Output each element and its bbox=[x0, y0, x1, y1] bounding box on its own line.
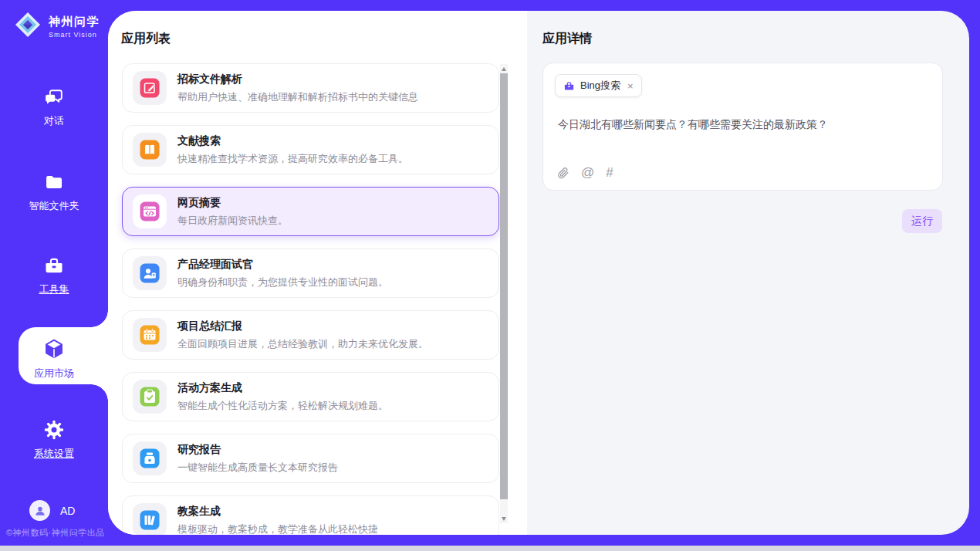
prompt-composer[interactable]: Bing搜索 × 今日湖北有哪些新闻要点？有哪些需要关注的最新政策？ @ # bbox=[542, 63, 943, 191]
avatar bbox=[29, 500, 50, 521]
brand-name: 神州问学 bbox=[49, 15, 100, 29]
app-card-desc: 全面回顾项目进展，总结经验教训，助力未来优化发展。 bbox=[177, 337, 428, 351]
scroll-up-icon[interactable] bbox=[500, 64, 508, 73]
sidebar: 神州问学 Smart Vision 对话 智能文件夹 bbox=[0, 0, 108, 546]
browser-code-icon bbox=[140, 201, 160, 221]
composer-toolbar: @ # bbox=[556, 166, 613, 179]
diamond-logo-icon bbox=[13, 10, 42, 42]
app-card-desc: 智能生成个性化活动方案，轻松解决规划难题。 bbox=[177, 399, 388, 413]
scrollbar-thumb[interactable] bbox=[500, 73, 508, 499]
app-icon-box bbox=[133, 256, 167, 290]
app-list-title: 应用列表 bbox=[121, 31, 171, 47]
brand-subtitle: Smart Vision bbox=[49, 31, 100, 39]
books-icon bbox=[140, 510, 160, 530]
app-card-selected[interactable]: 网页摘要 每日政府新闻资讯快查。 bbox=[122, 187, 499, 236]
sidebar-item-smart-folder[interactable]: 智能文件夹 bbox=[0, 171, 108, 211]
app-card-title: 招标文件解析 bbox=[177, 73, 418, 86]
app-card-desc: 每日政府新闻资讯快查。 bbox=[177, 214, 288, 228]
sidebar-item-label: 智能文件夹 bbox=[29, 201, 79, 211]
app-card[interactable]: 招标文件解析 帮助用户快速、准确地理解和解析招标书中的关键信息 bbox=[122, 63, 499, 113]
clipboard-check-icon bbox=[140, 387, 160, 407]
sidebar-item-label: 应用市场 bbox=[34, 368, 74, 378]
app-icon-box bbox=[133, 71, 167, 105]
app-card[interactable]: 项目总结汇报 全面回顾项目进展，总结经验教训，助力未来优化发展。 bbox=[122, 310, 499, 360]
app-card-desc: 一键智能生成高质量长文本研究报告 bbox=[177, 461, 338, 475]
app-detail-title: 应用详情 bbox=[542, 31, 592, 47]
interviewer-icon bbox=[140, 263, 160, 283]
app-card-title: 活动方案生成 bbox=[177, 381, 388, 395]
app-icon-box bbox=[133, 503, 167, 535]
ink-icon bbox=[140, 448, 160, 468]
app-card[interactable]: 教案生成 模板驱动，教案秒成，教学准备从此轻松快捷 bbox=[122, 495, 499, 535]
tool-tag-bing[interactable]: Bing搜索 × bbox=[555, 74, 642, 97]
mention-icon[interactable]: @ bbox=[581, 166, 594, 179]
sidebar-item-settings[interactable]: 系统设置 bbox=[0, 419, 108, 458]
prompt-input[interactable]: 今日湖北有哪些新闻要点？有哪些需要关注的最新政策？ bbox=[558, 117, 930, 133]
app-icon-box bbox=[133, 318, 167, 352]
toolbox-icon bbox=[43, 255, 65, 279]
close-icon[interactable]: × bbox=[627, 80, 634, 92]
run-button[interactable]: 运行 bbox=[902, 209, 942, 233]
app-detail-panel: 应用详情 Bing搜索 × 今日湖北有哪些新闻要点？有哪些需要关注的最新政策？ bbox=[527, 11, 969, 535]
brand-logo: 神州问学 Smart Vision bbox=[13, 10, 100, 42]
app-frame: 神州问学 Smart Vision 对话 智能文件夹 bbox=[0, 0, 980, 546]
app-card-desc: 模板驱动，教案秒成，教学准备从此轻松快捷 bbox=[177, 522, 378, 536]
app-card[interactable]: 活动方案生成 智能生成个性化活动方案，轻松解决规划难题。 bbox=[122, 372, 499, 421]
sidebar-item-label: 对话 bbox=[44, 116, 64, 126]
book-icon bbox=[140, 140, 160, 160]
app-card[interactable]: 产品经理面试官 明确身份和职责，为您提供专业性的面试问题。 bbox=[122, 248, 499, 298]
sidebar-item-toolset[interactable]: 工具集 bbox=[0, 255, 108, 294]
app-card-desc: 明确身份和职责，为您提供专业性的面试问题。 bbox=[177, 276, 388, 289]
scroll-down-icon[interactable] bbox=[500, 514, 508, 523]
list-scrollbar[interactable] bbox=[500, 64, 508, 523]
copyright-text: ©神州数码·神州问学出品 bbox=[6, 527, 108, 539]
app-card-desc: 帮助用户快速、准确地理解和解析招标书中的关键信息 bbox=[177, 90, 418, 104]
app-card-title: 研究报告 bbox=[177, 443, 338, 457]
app-card-title: 教案生成 bbox=[177, 505, 378, 519]
app-card[interactable]: 文献搜索 快速精准查找学术资源，提高研究效率的必备工具。 bbox=[122, 125, 499, 174]
sidebar-item-label: 工具集 bbox=[39, 284, 69, 294]
calendar-icon bbox=[140, 325, 160, 345]
sidebar-item-label: 系统设置 bbox=[34, 448, 74, 458]
sidebar-item-chat[interactable]: 对话 bbox=[0, 86, 108, 126]
app-icon-box bbox=[133, 194, 167, 228]
app-card-desc: 快速精准查找学术资源，提高研究效率的必备工具。 bbox=[177, 152, 408, 166]
cube-icon bbox=[42, 337, 66, 363]
paperclip-icon[interactable] bbox=[556, 166, 569, 179]
user-account[interactable]: AD bbox=[29, 500, 75, 521]
app-card[interactable]: 研究报告 一键智能生成高质量长文本研究报告 bbox=[122, 434, 499, 483]
app-icon-box bbox=[133, 441, 167, 475]
person-icon bbox=[34, 505, 46, 517]
tool-tag-label: Bing搜索 bbox=[580, 79, 620, 93]
app-card-title: 产品经理面试官 bbox=[177, 258, 388, 272]
app-icon-box bbox=[133, 380, 167, 414]
gear-icon bbox=[43, 419, 65, 443]
app-icon-box bbox=[133, 133, 167, 167]
briefcase-icon bbox=[563, 80, 575, 92]
edit-icon bbox=[140, 78, 160, 98]
hash-icon[interactable]: # bbox=[606, 166, 613, 179]
app-list-panel: 应用列表 招标文件解析 帮助用户快速、准确地理解和解析招标书中的关键信息 bbox=[108, 11, 527, 535]
sidebar-item-app-market[interactable]: 应用市场 bbox=[0, 337, 108, 378]
app-card-title: 项目总结汇报 bbox=[177, 319, 428, 333]
main-content: 应用列表 招标文件解析 帮助用户快速、准确地理解和解析招标书中的关键信息 bbox=[108, 11, 969, 535]
app-card-title: 网页摘要 bbox=[177, 196, 288, 210]
chat-icon bbox=[43, 86, 65, 110]
user-initials: AD bbox=[60, 505, 75, 517]
folder-icon bbox=[43, 171, 65, 195]
app-card-title: 文献搜索 bbox=[177, 134, 408, 148]
